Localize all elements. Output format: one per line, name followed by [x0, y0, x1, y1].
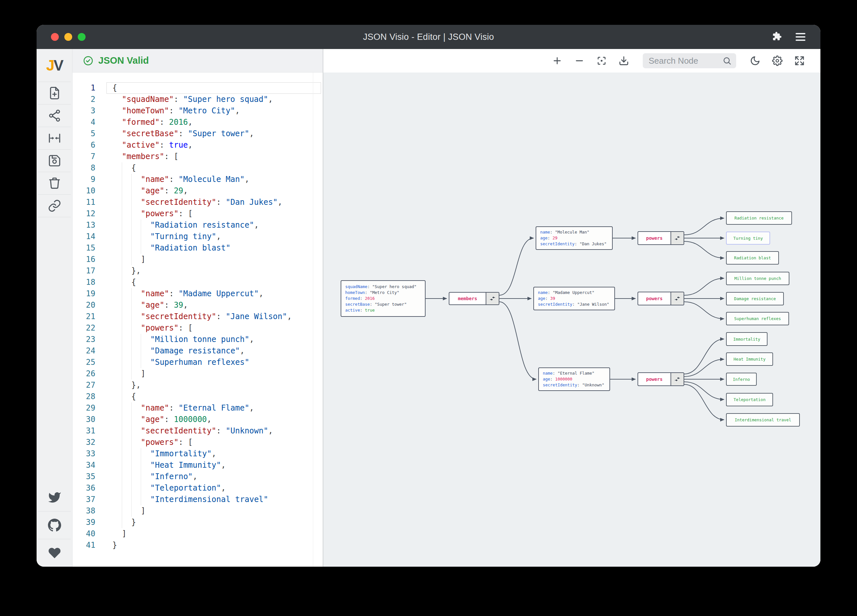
- code-line[interactable]: 41}: [73, 540, 323, 551]
- clear-button[interactable]: [37, 172, 72, 194]
- line-number: 34: [73, 460, 95, 471]
- code-line[interactable]: 11"secretIdentity": "Dan Jukes",: [73, 197, 323, 208]
- collapse-node-button[interactable]: [670, 293, 684, 305]
- twitter-link[interactable]: [37, 484, 72, 511]
- line-content: "Teleportation",: [95, 483, 226, 494]
- collapse-node-button[interactable]: [670, 232, 684, 244]
- graph-canvas[interactable]: squadName: "Super hero squad"homeTown: "…: [323, 73, 820, 566]
- github-link[interactable]: [37, 511, 72, 539]
- code-line[interactable]: 30"age": 1000000,: [73, 414, 323, 425]
- code-line[interactable]: 13"Radiation resistance",: [73, 220, 323, 231]
- code-line[interactable]: 23"Million tonne punch",: [73, 334, 323, 345]
- download-image-button[interactable]: [619, 56, 629, 66]
- code-line[interactable]: 14"Turning tiny",: [73, 231, 323, 242]
- settings-button[interactable]: [772, 56, 783, 66]
- dark-mode-toggle[interactable]: [750, 56, 760, 66]
- graph-node-leaf-7[interactable]: Immortality: [726, 332, 767, 346]
- code-line[interactable]: 12"powers": [: [73, 208, 323, 220]
- code-line[interactable]: 15"Radiation blast": [73, 242, 323, 254]
- line-content: },: [95, 379, 141, 391]
- share-link-button[interactable]: [37, 195, 72, 217]
- code-line[interactable]: 19"name": "Madame Uppercut",: [73, 288, 323, 300]
- graph-node-leaf-4[interactable]: Million tonne punch: [726, 272, 789, 285]
- code-line[interactable]: 21"secretIdentity": "Jane Wilson",: [73, 311, 323, 322]
- code-line[interactable]: 34"Heat Immunity",: [73, 460, 323, 471]
- graph-node-member-1[interactable]: name: "Molecule Man"age: 29secretIdentit…: [536, 226, 613, 250]
- code-line[interactable]: 18{: [73, 277, 323, 288]
- zoom-out-button[interactable]: [574, 56, 585, 66]
- code-line[interactable]: 31"secretIdentity": "Unknown",: [73, 425, 323, 437]
- line-number: 30: [73, 414, 95, 425]
- graph-node-root[interactable]: squadName: "Super hero squad"homeTown: "…: [340, 280, 425, 317]
- code-line[interactable]: 33"Immortality",: [73, 448, 323, 460]
- zoom-in-button[interactable]: [552, 56, 562, 66]
- graph-node-leaf-10[interactable]: Teleportation: [726, 393, 773, 406]
- code-line[interactable]: 8{: [73, 163, 323, 174]
- graph-node-powers-3[interactable]: powers: [637, 372, 684, 386]
- heart-icon: [48, 546, 61, 560]
- code-line[interactable]: 9"name": "Molecule Man",: [73, 174, 323, 185]
- code-line[interactable]: 20"age": 39,: [73, 300, 323, 311]
- fullscreen-button[interactable]: [794, 56, 805, 66]
- code-line[interactable]: 17},: [73, 265, 323, 277]
- code-line[interactable]: 25"Superhuman reflexes": [73, 357, 323, 368]
- app-logo[interactable]: JV: [37, 49, 72, 82]
- graph-node-member-2[interactable]: name: "Madame Uppercut"age: 39secretIden…: [533, 287, 615, 310]
- line-content: "age": 39,: [95, 300, 188, 311]
- code-line[interactable]: 7"members": [: [73, 151, 323, 163]
- line-number: 6: [73, 139, 95, 151]
- center-fit-button[interactable]: [37, 127, 72, 149]
- center-focus-button[interactable]: [596, 56, 607, 66]
- graph-node-leaf-2[interactable]: Turning tiny: [726, 232, 770, 245]
- graph-edge: [500, 238, 534, 295]
- code-line[interactable]: 16]: [73, 254, 323, 265]
- code-line[interactable]: 39}: [73, 517, 323, 528]
- line-number: 16: [73, 254, 95, 265]
- code-line[interactable]: 28{: [73, 391, 323, 402]
- code-line[interactable]: 37"Interdimensional travel": [73, 494, 323, 505]
- leaf-text: Radiation resistance: [735, 215, 784, 220]
- code-line[interactable]: 6"active": true,: [73, 139, 323, 151]
- graph-node-leaf-6[interactable]: Superhuman reflexes: [726, 312, 789, 325]
- code-line[interactable]: 4"formed": 2016,: [73, 117, 323, 128]
- code-line[interactable]: 1{: [73, 82, 323, 94]
- collapse-node-button[interactable]: [670, 373, 684, 385]
- graph-node-leaf-8[interactable]: Heat Immunity: [726, 353, 773, 366]
- editor-overview-ruler: [313, 73, 313, 566]
- extensions-puzzle-icon[interactable]: [771, 31, 782, 43]
- graph-node-leaf-5[interactable]: Damage resistance: [726, 292, 784, 305]
- sponsor-link[interactable]: [37, 539, 72, 566]
- code-line[interactable]: 26]: [73, 368, 323, 379]
- graph-node-members[interactable]: members: [449, 292, 500, 305]
- code-line[interactable]: 40]: [73, 528, 323, 540]
- graph-node-leaf-1[interactable]: Radiation resistance: [726, 211, 792, 225]
- graph-node-leaf-11[interactable]: Interdimensional travel: [726, 413, 800, 427]
- new-document-button[interactable]: [37, 82, 72, 104]
- code-line[interactable]: 38]: [73, 505, 323, 517]
- search-node: [643, 53, 736, 68]
- code-line[interactable]: 5"secretBase": "Super tower",: [73, 128, 323, 139]
- code-line[interactable]: 35"Inferno",: [73, 471, 323, 483]
- json-code-editor[interactable]: 1{2"squadName": "Super hero squad",3"hom…: [73, 73, 323, 566]
- code-line[interactable]: 36"Teleportation",: [73, 483, 323, 494]
- line-content: "name": "Eternal Flame",: [95, 402, 254, 414]
- menu-hamburger-icon[interactable]: [796, 33, 805, 41]
- line-content: {: [95, 277, 136, 288]
- graph-node-powers-1[interactable]: powers: [637, 231, 684, 245]
- code-line[interactable]: 24"Damage resistance",: [73, 345, 323, 357]
- graph-node-leaf-3[interactable]: Radiation blast: [726, 251, 779, 265]
- collapse-node-button[interactable]: [486, 293, 499, 304]
- code-line[interactable]: 29"name": "Eternal Flame",: [73, 402, 323, 414]
- code-line[interactable]: 2"squadName": "Super hero squad",: [73, 94, 323, 105]
- code-line[interactable]: 32"powers": [: [73, 437, 323, 448]
- graph-node-powers-2[interactable]: powers: [637, 292, 684, 305]
- collapse-node-icon: [674, 376, 681, 382]
- graph-node-member-3[interactable]: name: "Eternal Flame"age: 1000000secretI…: [538, 367, 610, 391]
- code-line[interactable]: 27},: [73, 379, 323, 391]
- code-line[interactable]: 22"powers": [: [73, 322, 323, 334]
- save-button[interactable]: [37, 150, 72, 172]
- graph-node-leaf-9[interactable]: Inferno: [726, 373, 757, 386]
- graph-view-button[interactable]: [37, 105, 72, 127]
- code-line[interactable]: 10"age": 29,: [73, 185, 323, 197]
- code-line[interactable]: 3"homeTown": "Metro City",: [73, 105, 323, 117]
